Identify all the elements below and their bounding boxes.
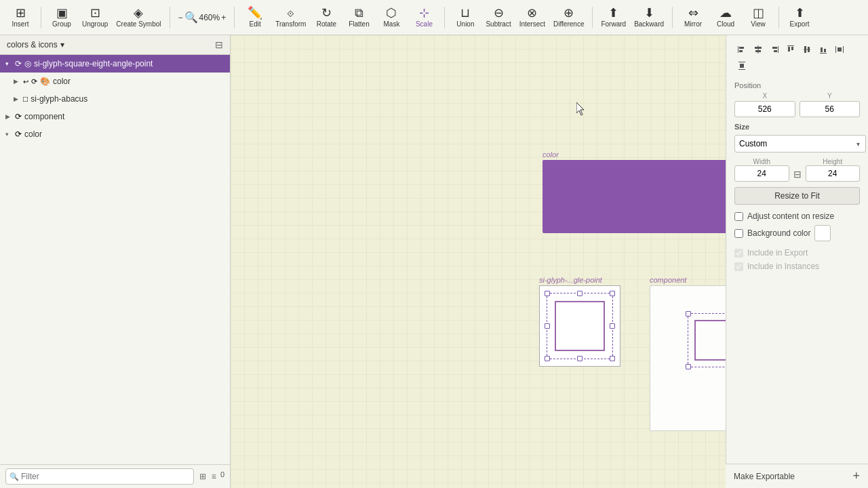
svg-rect-9: [787, 45, 794, 46]
intersect-icon: ⊗: [527, 7, 537, 19]
intersect-label: Intersect: [519, 20, 545, 28]
handle-ml[interactable]: [545, 323, 550, 329]
expand-arrow[interactable]: ▾: [5, 60, 14, 67]
color-frame-label: color: [542, 150, 559, 159]
align-right-button[interactable]: [767, 42, 782, 57]
distribute-h-button[interactable]: [832, 42, 847, 57]
height-input[interactable]: [806, 165, 861, 182]
backward-icon: ⬇: [644, 7, 654, 19]
align-center-v-button[interactable]: [800, 42, 814, 57]
color-rectangle[interactable]: [542, 160, 726, 233]
group-tool[interactable]: ▣ Group: [47, 3, 77, 33]
grid-view-button[interactable]: ⊞: [198, 470, 208, 483]
link-proportions-button[interactable]: ⊟: [792, 158, 803, 182]
layer-item[interactable]: ▶ ⟳ component: [0, 108, 230, 125]
align-bottom-button[interactable]: [816, 42, 831, 57]
distribute-v-button[interactable]: [734, 58, 749, 73]
flatten-icon: ⧉: [355, 7, 363, 19]
align-center-h-button[interactable]: [751, 42, 766, 57]
panel-title[interactable]: colors & icons ▾: [7, 40, 64, 49]
glyph-frame[interactable]: [539, 285, 620, 367]
filter-input[interactable]: [5, 468, 194, 485]
transform-tool[interactable]: ⟐ Transform: [273, 3, 309, 33]
layer-item[interactable]: ▶ □ si-glyph-abacus: [0, 90, 230, 108]
mask-tool[interactable]: ⬡ Mask: [376, 3, 406, 33]
size-label: Size: [734, 123, 860, 131]
ungroup-label: Ungroup: [82, 20, 108, 28]
expand-arrow[interactable]: ▾: [5, 131, 14, 138]
zoom-plus[interactable]: +: [221, 13, 226, 22]
footer-icons: ⊞ ≡ 0: [198, 470, 224, 483]
layer-item[interactable]: ▶ ↩ ⟳ 🎨 color: [0, 73, 230, 90]
svg-rect-22: [738, 69, 745, 70]
handle-bl[interactable]: [545, 356, 550, 361]
handle-bc[interactable]: [577, 356, 583, 361]
component-frame[interactable]: Select laye: [650, 285, 726, 431]
layer-item[interactable]: ▾ ⟳ ◎ si-glyph-square-eight-angle-point: [0, 55, 230, 73]
panel-close-button[interactable]: ⊟: [215, 39, 223, 50]
width-input[interactable]: [734, 165, 789, 182]
filter-wrapper: 🔍: [5, 468, 194, 485]
y-input[interactable]: [800, 101, 861, 117]
layer-color-icon: 🎨: [40, 77, 50, 86]
scale-tool[interactable]: ⊹ Scale: [409, 3, 439, 33]
size-dropdown[interactable]: Custom Fixed Auto: [734, 135, 866, 152]
include-instances-row: Include in Instances: [734, 262, 860, 271]
layer-item[interactable]: ▾ ⟳ color: [0, 125, 230, 143]
view-label: View: [751, 20, 766, 28]
handle-mr[interactable]: [610, 323, 615, 329]
panel-title-text: colors & icons: [7, 40, 58, 49]
adjust-content-checkbox[interactable]: [734, 212, 743, 221]
intersect-tool[interactable]: ⊗ Intersect: [517, 3, 548, 33]
export-tool[interactable]: ⬆ Export: [785, 3, 814, 33]
handle-bl[interactable]: [686, 364, 691, 369]
expand-arrow[interactable]: ▶: [5, 113, 14, 120]
alignment-row: [734, 42, 860, 73]
zoom-minus[interactable]: −: [178, 13, 183, 22]
include-export-checkbox[interactable]: [734, 249, 743, 258]
mirror-tool[interactable]: ⇔ Mirror: [678, 3, 708, 33]
align-left-button[interactable]: [734, 42, 749, 57]
expand-arrow[interactable]: ▶: [14, 78, 22, 85]
cloud-tool[interactable]: ☁ Cloud: [711, 3, 741, 33]
expand-arrow[interactable]: ▶: [14, 96, 22, 102]
background-color-checkbox[interactable]: [734, 229, 743, 238]
include-instances-checkbox[interactable]: [734, 262, 743, 271]
insert-tool[interactable]: ⊞ Insert: [5, 3, 35, 33]
view-tool[interactable]: ◫ View: [743, 3, 773, 33]
svg-rect-10: [788, 47, 790, 52]
subtract-tool[interactable]: ⊖ Subtract: [483, 3, 513, 33]
component-icon-selection[interactable]: [688, 313, 726, 367]
handle-tl[interactable]: [545, 291, 550, 296]
backward-tool[interactable]: ⬇ Backward: [631, 3, 667, 33]
resize-to-fit-button[interactable]: Resize to Fit: [734, 187, 860, 205]
align-top-button[interactable]: [783, 42, 798, 57]
rotate-tool[interactable]: ↻ Rotate: [311, 3, 341, 33]
transform-label: Transform: [275, 20, 306, 28]
list-view-button[interactable]: ≡: [210, 470, 218, 483]
layer-name: color: [53, 77, 71, 86]
layer-sync-icon2: ⟳: [31, 77, 37, 86]
flatten-tool[interactable]: ⧉ Flatten: [344, 3, 374, 33]
background-color-swatch[interactable]: [814, 225, 831, 241]
x-input[interactable]: [734, 101, 795, 117]
union-tool[interactable]: ⊔ Union: [450, 3, 480, 33]
cloud-icon: ☁: [719, 7, 732, 19]
svg-rect-13: [804, 46, 806, 53]
canvas-area[interactable]: color si-glyph-...gle-point: [231, 35, 726, 488]
handle-tc[interactable]: [577, 291, 583, 296]
forward-icon: ⬆: [608, 7, 618, 19]
zoom-control[interactable]: − 🔍 460% +: [176, 11, 229, 24]
add-exportable-button[interactable]: +: [852, 469, 860, 483]
forward-tool[interactable]: ⬆ Forward: [598, 3, 629, 33]
difference-tool[interactable]: ⊕ Difference: [551, 3, 587, 33]
subtract-label: Subtract: [486, 20, 511, 28]
edit-tool[interactable]: ✏️ Edit: [240, 3, 270, 33]
svg-rect-16: [821, 47, 823, 52]
create-symbol-tool[interactable]: ◈ Create Symbol: [113, 3, 163, 33]
handle-tl[interactable]: [686, 311, 691, 317]
divider-2: [170, 7, 170, 28]
handle-br[interactable]: [610, 356, 615, 361]
ungroup-tool[interactable]: ⊡ Ungroup: [79, 3, 111, 33]
handle-tr[interactable]: [610, 291, 615, 296]
